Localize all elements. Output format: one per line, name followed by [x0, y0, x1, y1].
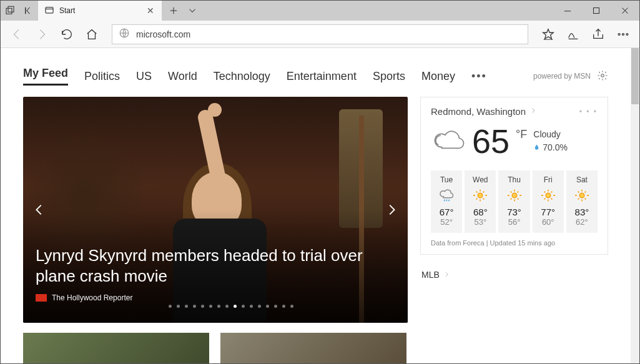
forecast-day-name: Fri — [534, 175, 563, 184]
nav-politics[interactable]: Politics — [84, 70, 120, 83]
sports-section-header[interactable]: MLB — [420, 267, 608, 282]
pagination-dot[interactable] — [201, 305, 204, 308]
svg-rect-4 — [594, 8, 599, 14]
scrollbar-thumb[interactable] — [631, 48, 639, 104]
pagination-dot[interactable] — [250, 305, 253, 308]
pagination-dot[interactable] — [185, 305, 188, 308]
home-button[interactable] — [81, 23, 103, 46]
forecast-day[interactable]: Tue67°52° — [431, 170, 462, 233]
weather-condition: Cloudy — [533, 128, 568, 141]
browser-toolbar — [1, 21, 639, 48]
pagination-dot[interactable] — [282, 305, 285, 308]
forward-button[interactable] — [31, 23, 53, 46]
forecast-day-name: Sat — [568, 175, 596, 184]
sports-league-label: MLB — [421, 270, 440, 280]
pagination-dot[interactable] — [177, 305, 180, 308]
hero-next-button[interactable] — [379, 197, 404, 222]
minimize-button[interactable] — [553, 1, 582, 21]
svg-rect-0 — [6, 8, 12, 14]
pagination-dot[interactable] — [242, 305, 245, 308]
pagination-dot[interactable] — [217, 305, 220, 308]
story-thumbnail[interactable] — [220, 333, 406, 363]
pagination-dot[interactable] — [209, 305, 212, 308]
forecast-day[interactable]: Thu73°56° — [498, 170, 529, 233]
pagination-dot[interactable] — [290, 305, 293, 308]
forecast-day[interactable]: Sat83°62° — [566, 170, 598, 233]
hero-pagination-dots[interactable] — [67, 305, 395, 308]
settings-gear-icon[interactable] — [597, 70, 608, 83]
nav-sports[interactable]: Sports — [373, 70, 405, 83]
story-thumbnail[interactable] — [23, 333, 209, 363]
site-info-icon[interactable] — [119, 27, 130, 41]
more-button[interactable] — [612, 23, 634, 46]
pagination-dot[interactable] — [169, 305, 172, 308]
hero-story[interactable]: Lynryd Skynyrd members headed to trial o… — [23, 97, 408, 323]
favorites-button[interactable] — [537, 23, 559, 46]
forecast-high: 77° — [534, 207, 563, 217]
rain-icon — [432, 188, 461, 203]
current-temp: 65 — [472, 122, 510, 160]
svg-rect-3 — [46, 7, 53, 13]
sun-icon — [500, 188, 528, 203]
powered-by-label: powered by MSN — [533, 72, 591, 81]
forecast-low: 60° — [534, 217, 563, 227]
address-input[interactable] — [136, 29, 521, 39]
forecast-low: 53° — [466, 217, 495, 227]
address-bar[interactable] — [112, 24, 528, 44]
maximize-button[interactable] — [582, 1, 611, 21]
nav-entertainment[interactable]: Entertainment — [287, 70, 357, 83]
new-tab-button[interactable] — [164, 1, 183, 21]
droplet-icon — [533, 141, 540, 154]
forecast-low: 52° — [432, 217, 461, 227]
svg-point-7 — [623, 33, 624, 35]
nav-more-button[interactable]: ••• — [471, 70, 487, 83]
forecast-day-name: Thu — [500, 175, 528, 184]
pagination-dot[interactable] — [258, 305, 261, 308]
forecast-low: 56° — [500, 217, 528, 227]
nav-my-feed[interactable]: My Feed — [23, 67, 68, 86]
forecast-day[interactable]: Fri77°60° — [533, 170, 564, 233]
pagination-dot[interactable] — [225, 305, 229, 308]
svg-point-8 — [626, 33, 628, 35]
refresh-button[interactable] — [56, 23, 78, 46]
pagination-dot[interactable] — [274, 305, 277, 308]
weather-card: Redmond, Washington • • • 65 °F C — [420, 97, 608, 255]
chevron-right-icon — [443, 270, 450, 280]
notes-button[interactable] — [562, 23, 584, 46]
sun-icon — [466, 188, 495, 203]
share-button[interactable] — [587, 23, 609, 46]
close-window-button[interactable] — [611, 1, 639, 21]
forecast-day-name: Tue — [432, 175, 461, 184]
weather-location[interactable]: Redmond, Washington — [431, 106, 526, 117]
tab-close-button[interactable]: ✕ — [145, 6, 155, 16]
browser-tab[interactable]: Start ✕ — [38, 1, 162, 21]
svg-point-9 — [601, 74, 604, 77]
cloud-icon — [431, 123, 466, 160]
vertical-scrollbar[interactable] — [631, 48, 639, 363]
nav-money[interactable]: Money — [421, 70, 455, 83]
forecast-day[interactable]: Wed68°53° — [465, 170, 496, 233]
tab-actions-button[interactable] — [1, 1, 19, 21]
chevron-right-icon — [529, 107, 537, 116]
temp-unit: °F — [516, 128, 527, 141]
titlebar: Start ✕ — [1, 1, 639, 21]
pagination-dot[interactable] — [266, 305, 269, 308]
weather-menu-button[interactable]: • • • — [579, 107, 598, 116]
feed-nav: My Feed Politics US World Technology Ent… — [23, 67, 608, 86]
set-aside-tabs-button[interactable] — [19, 1, 38, 21]
hero-source-label: The Hollywood Reporter — [52, 293, 132, 302]
source-badge-icon — [36, 294, 47, 302]
nav-world[interactable]: World — [168, 70, 197, 83]
nav-us[interactable]: US — [136, 70, 152, 83]
pagination-dot[interactable] — [234, 305, 237, 308]
back-button[interactable] — [6, 23, 28, 46]
forecast-high: 73° — [500, 207, 528, 217]
forecast-high: 83° — [568, 207, 596, 217]
hero-prev-button[interactable] — [27, 197, 52, 222]
tab-title: Start — [59, 6, 140, 15]
tab-preview-button[interactable] — [183, 1, 202, 21]
hero-headline: Lynryd Skynyrd members headed to trial o… — [36, 245, 395, 286]
nav-technology[interactable]: Technology — [214, 70, 270, 83]
forecast-day-name: Wed — [466, 175, 495, 184]
pagination-dot[interactable] — [193, 305, 196, 308]
